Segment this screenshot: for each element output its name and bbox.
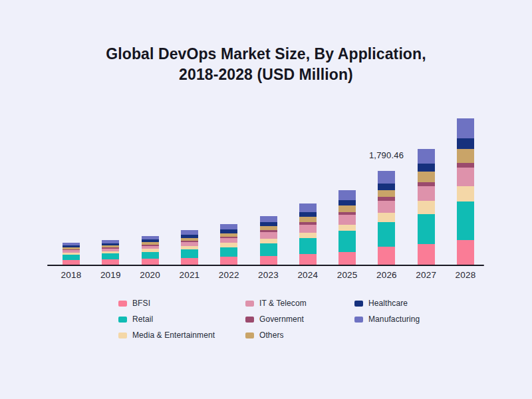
x-label-2024: 2024	[297, 270, 318, 280]
bar-2026	[378, 171, 395, 265]
segment-manufacturing	[418, 149, 435, 164]
segment-retail	[102, 253, 119, 259]
bar-2021	[181, 230, 198, 265]
x-label-2018: 2018	[61, 270, 82, 280]
legend-swatch-it-telecom	[245, 301, 254, 307]
peak-value-label: 1,790.46	[369, 150, 404, 160]
x-axis-line	[47, 265, 484, 266]
x-label-2026: 2026	[376, 270, 397, 280]
segment-it-telecom	[299, 225, 317, 233]
legend-label: Healthcare	[368, 299, 408, 308]
legend-item-healthcare: Healthcare	[354, 295, 420, 311]
segment-bfsi	[299, 254, 317, 265]
segment-it-telecom	[457, 168, 474, 186]
segment-healthcare	[418, 164, 435, 172]
segment-retail	[142, 252, 159, 259]
legend-label: BFSI	[132, 299, 150, 308]
legend-swatch-bfsi	[118, 301, 127, 307]
legend-label: Government	[259, 315, 304, 324]
segment-government	[457, 163, 474, 168]
legend-swatch-retail	[118, 317, 127, 323]
segment-bfsi	[220, 257, 237, 265]
segment-others	[378, 190, 395, 197]
segment-retail	[181, 249, 198, 257]
legend-item-media-entertainment: Media & Entertainment	[118, 327, 215, 343]
legend-item-bfsi: BFSI	[118, 295, 215, 311]
segment-manufacturing	[299, 203, 317, 212]
legend-swatch-media-entertainment	[118, 332, 127, 338]
legend-swatch-government	[245, 317, 254, 323]
segment-manufacturing	[220, 224, 237, 229]
segment-it-telecom	[220, 238, 237, 243]
segment-bfsi	[378, 247, 395, 265]
segment-retail	[338, 231, 356, 252]
segment-it-telecom	[378, 201, 395, 213]
legend-item-retail: Retail	[118, 311, 215, 327]
segment-media-entertainment	[378, 213, 395, 222]
bar-2028	[457, 118, 474, 265]
segment-it-telecom	[418, 186, 435, 201]
legend-label: Retail	[132, 315, 153, 324]
bar-2022	[220, 224, 237, 265]
segment-bfsi	[260, 256, 277, 265]
legend-label: Others	[259, 331, 284, 340]
segment-manufacturing	[378, 171, 395, 184]
legend-swatch-manufacturing	[354, 317, 363, 323]
segment-it-telecom	[338, 215, 356, 225]
x-label-2020: 2020	[140, 270, 160, 280]
segment-bfsi	[338, 252, 356, 265]
bar-2018	[63, 243, 80, 265]
segment-others	[338, 205, 356, 212]
legend-item-others: Others	[245, 327, 307, 343]
segment-others	[457, 149, 474, 163]
legend-column-3: HealthcareManufacturing	[354, 295, 420, 327]
legend-item-it-telecom: IT & Telecom	[245, 295, 307, 311]
legend-label: Manufacturing	[368, 315, 420, 324]
segment-retail	[418, 214, 435, 244]
segment-bfsi	[142, 259, 159, 265]
legend-column-1: BFSIRetailMedia & Entertainment	[118, 295, 215, 343]
legend-item-manufacturing: Manufacturing	[354, 311, 420, 327]
bar-2027	[418, 149, 435, 265]
bar-2024	[299, 203, 317, 265]
segment-media-entertainment	[299, 233, 317, 239]
legend-label: Media & Entertainment	[132, 331, 215, 340]
segment-retail	[260, 243, 277, 255]
segment-media-entertainment	[338, 225, 356, 231]
legend-label: IT & Telecom	[259, 299, 307, 308]
segment-retail	[299, 238, 317, 254]
bar-2023	[260, 216, 277, 265]
segment-manufacturing	[338, 190, 356, 200]
legend-swatch-healthcare	[354, 301, 363, 307]
segment-manufacturing	[457, 118, 474, 138]
segment-bfsi	[181, 258, 198, 265]
x-label-2025: 2025	[337, 270, 358, 280]
x-label-2021: 2021	[179, 270, 200, 280]
segment-healthcare	[378, 184, 395, 190]
segment-media-entertainment	[260, 239, 277, 243]
segment-manufacturing	[181, 230, 198, 235]
segment-others	[299, 217, 317, 222]
x-label-2027: 2027	[416, 270, 436, 280]
segment-others	[418, 172, 435, 182]
segment-healthcare	[338, 200, 356, 205]
segment-healthcare	[299, 212, 317, 217]
bar-2025	[338, 190, 356, 265]
bar-2019	[102, 240, 119, 265]
bar-2020	[142, 236, 159, 265]
x-label-2022: 2022	[219, 270, 239, 280]
segment-retail	[457, 201, 474, 240]
segment-bfsi	[418, 244, 435, 265]
segment-retail	[63, 255, 80, 260]
chart-canvas: Global DevOps Market Size, By Applicatio…	[0, 0, 532, 399]
segment-media-entertainment	[418, 201, 435, 214]
segment-retail	[378, 222, 395, 247]
segment-bfsi	[457, 240, 474, 265]
segment-government	[378, 197, 395, 201]
segment-manufacturing	[260, 216, 277, 223]
segment-it-telecom	[260, 232, 277, 239]
legend-column-2: IT & TelecomGovernmentOthers	[245, 295, 307, 343]
x-label-2023: 2023	[258, 270, 279, 280]
x-label-2028: 2028	[456, 270, 476, 280]
segment-healthcare	[457, 138, 474, 148]
